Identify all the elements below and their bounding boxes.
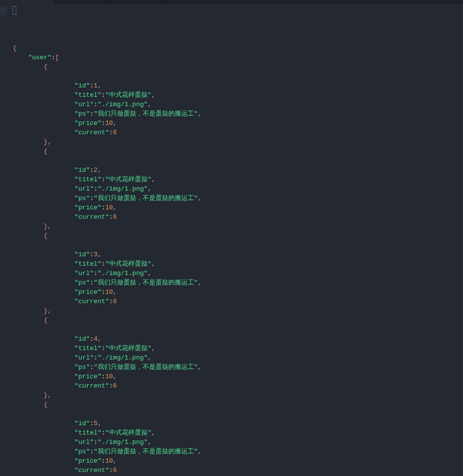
json-prop-price: "price":10, — [13, 456, 463, 466]
code-editor[interactable]: { "user":[ { "id":1, "titel":"中式花样蛋挞", "… — [0, 4, 463, 476]
blank-line — [13, 409, 463, 419]
json-prop-ps: "ps":"我们只做蛋挞，不是蛋挞的搬运工", — [13, 278, 463, 287]
json-prop-url: "url":"./img/1.png", — [13, 269, 463, 278]
json-object-close: }, — [13, 306, 463, 316]
json-object-open: { — [13, 62, 463, 72]
tab-active[interactable] — [0, 0, 53, 4]
json-prop-titel: "titel":"中式花样蛋挞", — [13, 259, 463, 269]
json-user-key: "user":[ — [13, 53, 463, 62]
json-object-close: }, — [13, 391, 463, 400]
json-root-open: { — [13, 43, 463, 53]
json-prop-price: "price":10, — [13, 119, 463, 128]
tab-bar — [0, 0, 463, 4]
json-prop-titel: "titel":"中式花样蛋挞", — [13, 175, 463, 184]
json-prop-current: "current":6 — [13, 297, 463, 306]
json-prop-ps: "ps":"我们只做蛋挞，不是蛋挞的搬运工", — [13, 109, 463, 119]
json-prop-ps: "ps":"我们只做蛋挞，不是蛋挞的搬运工", — [13, 447, 463, 456]
json-prop-id: "id":1, — [13, 81, 463, 90]
json-prop-id: "id":4, — [13, 334, 463, 344]
tab-3[interactable] — [111, 0, 168, 4]
json-prop-ps: "ps":"我们只做蛋挞，不是蛋挞的搬运工", — [13, 194, 463, 203]
gutter-highlight — [0, 6, 7, 15]
json-object-open: { — [13, 400, 463, 409]
json-prop-current: "current":6 — [13, 381, 463, 391]
json-prop-current: "current":6 — [13, 466, 463, 475]
bracket-match-highlight — [12, 6, 16, 15]
blank-line — [13, 72, 463, 81]
json-prop-id: "id":2, — [13, 165, 463, 175]
json-prop-url: "url":"./img/1.png", — [13, 100, 463, 109]
json-prop-price: "price":10, — [13, 287, 463, 297]
json-prop-url: "url":"./img/1.png", — [13, 184, 463, 194]
json-object-open: { — [13, 231, 463, 240]
json-prop-price: "price":10, — [13, 372, 463, 381]
json-prop-id: "id":3, — [13, 250, 463, 259]
json-object-open: { — [13, 316, 463, 325]
blank-line — [13, 156, 463, 165]
json-prop-current: "current":6 — [13, 128, 463, 137]
tab-2[interactable] — [53, 0, 111, 4]
blank-line — [13, 325, 463, 334]
json-object-close: }, — [13, 222, 463, 231]
json-prop-url: "url":"./img/1.png", — [13, 353, 463, 362]
json-prop-id: "id":5, — [13, 419, 463, 428]
json-object-close: }, — [13, 137, 463, 147]
json-prop-titel: "titel":"中式花样蛋挞", — [13, 90, 463, 100]
json-prop-current: "current":6 — [13, 212, 463, 222]
json-object-open: { — [13, 147, 463, 156]
json-prop-url: "url":"./img/1.png", — [13, 437, 463, 447]
blank-line — [13, 240, 463, 250]
json-prop-ps: "ps":"我们只做蛋挞，不是蛋挞的搬运工", — [13, 362, 463, 372]
json-prop-titel: "titel":"中式花样蛋挞", — [13, 428, 463, 437]
json-prop-titel: "titel":"中式花样蛋挞", — [13, 344, 463, 353]
json-prop-price: "price":10, — [13, 203, 463, 212]
